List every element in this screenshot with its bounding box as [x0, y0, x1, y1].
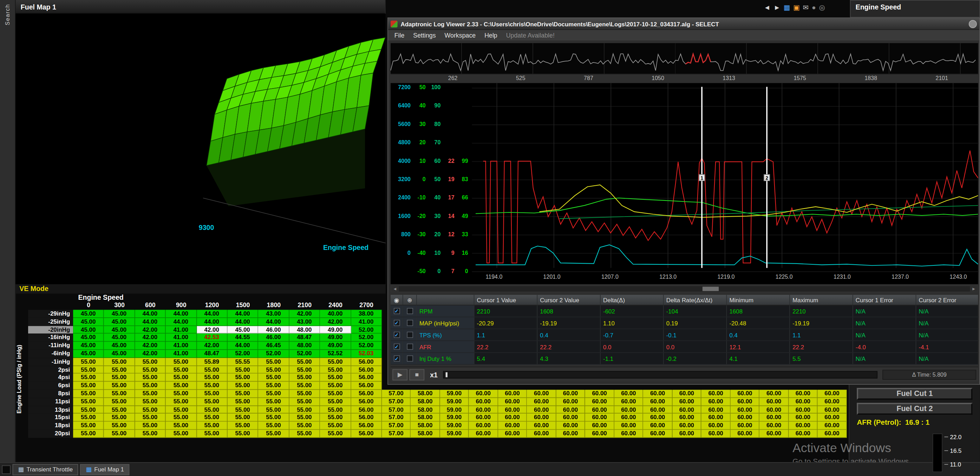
ve-cell[interactable]: 45.00	[73, 334, 104, 342]
ve-cell[interactable]: 55.00	[135, 398, 166, 406]
ve-cell[interactable]: 56.00	[351, 430, 382, 438]
ve-cell[interactable]: 55.00	[228, 390, 259, 398]
channel-visibility-checkbox[interactable]: ✓	[391, 329, 403, 341]
ve-cell[interactable]: 49.00	[320, 326, 351, 334]
ve-cell[interactable]: 60.00	[760, 390, 789, 398]
ve-row-label[interactable]: -20inHg	[28, 326, 73, 334]
ve-cell[interactable]: 60.00	[672, 390, 702, 398]
ve-cell[interactable]: 55.00	[166, 406, 197, 414]
ve-cell[interactable]: 60.00	[702, 422, 730, 430]
ve-cell[interactable]: 60.00	[789, 390, 818, 398]
ve-row-label[interactable]: -29inHg	[28, 310, 73, 318]
ve-cell[interactable]: 55.00	[320, 406, 351, 414]
ve-cell[interactable]: 58.00	[411, 414, 440, 422]
ve-cell[interactable]: 55.00	[289, 382, 320, 390]
ve-cell[interactable]: 56.00	[351, 390, 382, 398]
ve-cell[interactable]: 55.00	[320, 366, 351, 374]
menu-item-settings[interactable]: Settings	[409, 32, 440, 39]
ve-cell[interactable]: 59.00	[440, 422, 469, 430]
ve-cell[interactable]: 60.00	[469, 414, 498, 422]
ve-row-label[interactable]: 4psi	[28, 374, 73, 382]
ve-cell[interactable]: 60.00	[556, 398, 585, 406]
ve-cell[interactable]: 48.00	[289, 342, 320, 350]
ve-cell[interactable]: 44.00	[135, 310, 166, 318]
ve-cell[interactable]: 60.00	[730, 430, 760, 438]
ve-cell[interactable]: 43.00	[258, 310, 289, 318]
ve-cell[interactable]: 55.00	[166, 430, 197, 438]
stop-button[interactable]: ■	[409, 369, 424, 380]
ve-cell[interactable]: 55.00	[135, 382, 166, 390]
prev-arrow-icon[interactable]: ◄	[764, 2, 770, 12]
ve-cell[interactable]: 60.00	[614, 422, 643, 430]
ve-cell[interactable]: 55.00	[228, 430, 259, 438]
channel-table-header-cell[interactable]: Maximum	[790, 295, 853, 305]
ve-cell[interactable]: 60.00	[614, 414, 643, 422]
ve-cell[interactable]: 46.45	[258, 342, 289, 350]
ve-cell[interactable]: 41.00	[351, 318, 382, 326]
ve-cell[interactable]: 38.00	[351, 310, 382, 318]
channel-table-header-cell[interactable]: Cursor 2 Error	[916, 295, 978, 305]
ve-cell[interactable]: 44.00	[135, 318, 166, 326]
ve-cell[interactable]: 52.00	[351, 334, 382, 342]
ve-cell[interactable]: 55.00	[104, 390, 135, 398]
ve-cell[interactable]: 48.47	[289, 334, 320, 342]
ve-cell[interactable]: 49.00	[320, 334, 351, 342]
ve-cell[interactable]: 60.00	[556, 422, 585, 430]
ve-cell[interactable]: 55.00	[320, 374, 351, 382]
ve-cell[interactable]: 60.00	[585, 390, 614, 398]
play-button[interactable]: ▶	[392, 369, 407, 380]
ve-cell[interactable]: 56.00	[351, 414, 382, 422]
ve-cell[interactable]: 52.00	[351, 326, 382, 334]
ve-cell[interactable]: 55.00	[320, 430, 351, 438]
ve-row-label[interactable]: 13psi	[28, 406, 73, 414]
ve-cell[interactable]: 60.00	[818, 414, 847, 422]
ve-cell[interactable]: 60.00	[702, 406, 730, 414]
ve-cell[interactable]: 60.00	[527, 406, 557, 414]
ve-cell[interactable]: 55.00	[197, 406, 228, 414]
ve-row-label[interactable]: -6inHg	[28, 350, 73, 358]
log-viewer-titlebar[interactable]: Adaptronic Log Viewer 2.33 - C:\Users\ch…	[388, 18, 979, 30]
ve-cell[interactable]: 41.00	[166, 326, 197, 334]
ve-cell[interactable]: 55.00	[289, 414, 320, 422]
cursor-2-tag[interactable]: 2	[764, 174, 770, 181]
channel-table-header-cell[interactable]: Minimum	[727, 295, 790, 305]
ve-cell[interactable]: 55.00	[166, 366, 197, 374]
playback-speed[interactable]: x1	[430, 371, 438, 378]
ve-cell[interactable]: 55.00	[289, 398, 320, 406]
ve-cell[interactable]: 55.00	[166, 390, 197, 398]
ve-cell[interactable]: 60.00	[818, 430, 847, 438]
ve-cell[interactable]: 55.00	[228, 382, 259, 390]
ve-cell[interactable]: 60.00	[469, 430, 498, 438]
ve-cell[interactable]: 55.00	[228, 414, 259, 422]
ve-cell[interactable]: 41.00	[166, 334, 197, 342]
ve-row-label[interactable]: 6psi	[28, 382, 73, 390]
ve-cell[interactable]: 55.00	[258, 382, 289, 390]
playback-position-marker[interactable]	[446, 372, 447, 377]
ve-row-label[interactable]: -25inHg	[28, 318, 73, 326]
ve-cell[interactable]: 56.00	[351, 358, 382, 366]
ve-cell[interactable]: 55.00	[73, 414, 104, 422]
ve-row-label[interactable]: 20psi	[28, 430, 73, 438]
ve-cell[interactable]: 55.00	[104, 422, 135, 430]
search-label[interactable]: Search	[4, 4, 11, 25]
ve-row-label[interactable]: -16inHg	[28, 334, 73, 342]
ve-cell[interactable]: 52.00	[258, 350, 289, 358]
ve-cell[interactable]: 60.00	[643, 406, 673, 414]
ve-cell[interactable]: 55.00	[197, 414, 228, 422]
channel-visibility-checkbox[interactable]: ✓	[391, 341, 403, 352]
ve-cell[interactable]: 55.00	[135, 406, 166, 414]
close-button[interactable]	[969, 20, 977, 28]
ve-cell[interactable]: 55.00	[73, 374, 104, 382]
ve-cell[interactable]: 60.00	[789, 422, 818, 430]
scroll-left-icon[interactable]: ◄	[391, 286, 399, 292]
ve-cell[interactable]: 60.00	[789, 414, 818, 422]
ve-cell[interactable]: 52.52	[320, 350, 351, 358]
ve-cell[interactable]: 55.00	[289, 430, 320, 438]
ve-cell[interactable]: 60.00	[760, 430, 789, 438]
ve-cell[interactable]: 55.00	[320, 382, 351, 390]
ve-row-label[interactable]: -1inHg	[28, 358, 73, 366]
taskbar-tab-fuel-map-1[interactable]: ▦Fuel Map 1	[80, 464, 130, 475]
scrollbar-thumb[interactable]	[703, 287, 719, 291]
taskbar-app-icon[interactable]	[2, 465, 11, 474]
channel-table-header-cell[interactable]: Delta Rate(Δx/Δt)	[664, 295, 727, 305]
